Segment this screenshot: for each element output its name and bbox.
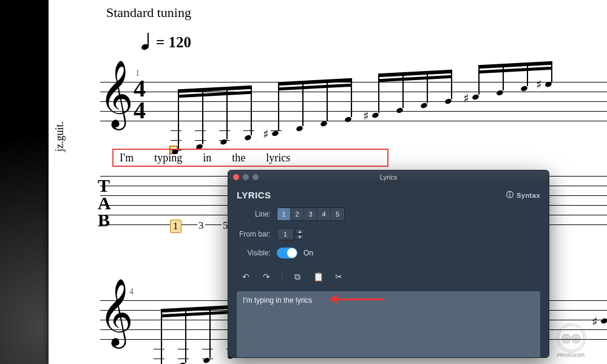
lyrics-text-content: I'm typing in the lyrics <box>243 296 312 305</box>
lyric-syllable: lyrics <box>266 152 290 164</box>
from-bar-stepper[interactable]: 1 ▲ ▼ <box>277 228 304 240</box>
panel-toolbar: ↶ ↷ ⧉ 📋 ✂ <box>237 267 540 286</box>
panel-heading: LYRICS <box>237 190 271 200</box>
visible-label: Visible: <box>237 249 271 257</box>
undo-icon[interactable]: ↶ <box>239 271 253 283</box>
lyric-syllable: in <box>203 152 211 164</box>
treble-clef-icon: 𝄞 <box>99 283 134 342</box>
tab-fret-selected[interactable]: 1 <box>170 220 181 233</box>
tempo-value: = 120 <box>156 34 191 51</box>
lyric-syllable: the <box>232 152 245 164</box>
line-row: Line: 1 2 3 4 5 <box>237 207 540 221</box>
visible-row: Visible: On <box>237 248 540 258</box>
treble-staff-1[interactable]: 1 𝄞 44 ♯ <box>100 82 607 130</box>
copy-icon[interactable]: ⧉ <box>291 271 304 283</box>
visible-toggle[interactable] <box>277 248 297 258</box>
tuning-text: Standard tuning <box>106 5 191 21</box>
panel-window-title: Lyrics <box>228 174 549 181</box>
tab-fret[interactable]: 3 <box>197 220 205 232</box>
syntax-link[interactable]: Syntax <box>506 190 540 200</box>
panel-body: LYRICS Syntax Line: 1 2 3 4 5 From bar: … <box>228 184 549 358</box>
line-label: Line: <box>237 210 271 218</box>
quarter-note-icon <box>143 33 151 52</box>
lyrics-textarea[interactable]: I'm typing in the lyrics <box>237 291 540 358</box>
from-bar-label: From bar: <box>237 230 271 238</box>
lyric-syllable: I'm <box>120 152 134 164</box>
line-option-2[interactable]: 2 <box>291 208 304 220</box>
lyrics-panel[interactable]: Lyrics LYRICS Syntax Line: 1 2 3 4 5 Fro… <box>228 170 549 358</box>
paste-icon[interactable]: 📋 <box>311 271 325 283</box>
from-bar-value[interactable]: 1 <box>277 228 294 240</box>
lyrics-under-staff[interactable]: I'm typing in the lyrics <box>112 149 388 167</box>
watermark: ◎◎ PRODUCER <box>542 322 600 358</box>
visible-state: On <box>304 249 313 257</box>
stepper-down-icon[interactable]: ▼ <box>296 234 304 240</box>
separator <box>282 271 282 283</box>
stepper-up-icon[interactable]: ▲ <box>296 229 304 234</box>
redo-icon[interactable]: ↷ <box>260 271 273 283</box>
from-bar-row: From bar: 1 ▲ ▼ <box>237 228 540 240</box>
annotation-arrow <box>327 295 384 303</box>
line-segmented[interactable]: 1 2 3 4 5 <box>277 207 345 221</box>
line-option-4[interactable]: 4 <box>317 208 331 220</box>
cut-icon[interactable]: ✂ <box>332 271 345 283</box>
panel-titlebar[interactable]: Lyrics <box>228 170 549 184</box>
instrument-label: jz.guit. <box>53 121 66 152</box>
line-option-3[interactable]: 3 <box>304 208 317 220</box>
tab-label: T A B <box>98 177 112 229</box>
line-option-1[interactable]: 1 <box>277 208 291 220</box>
lyric-syllable: typing <box>154 152 182 164</box>
line-option-5[interactable]: 5 <box>331 208 344 220</box>
treble-clef-icon: 𝄞 <box>99 65 134 123</box>
time-signature: 44 <box>134 78 146 121</box>
tempo-mark: = 120 <box>143 33 191 52</box>
